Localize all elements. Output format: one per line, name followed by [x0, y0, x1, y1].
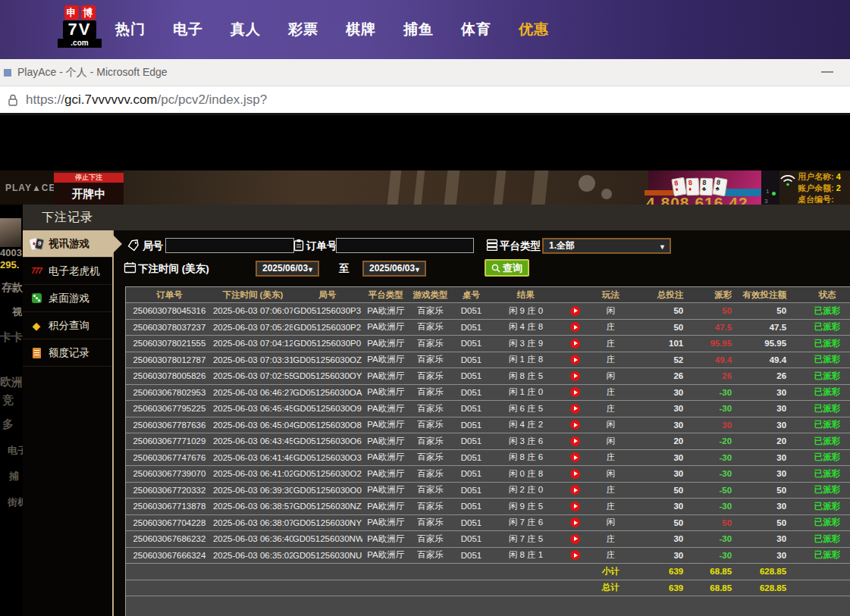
replay-button[interactable] — [570, 534, 580, 544]
jackpot-amount: 4,808,616.42 — [646, 194, 748, 205]
table-row: 2506030678029532025-06-03 06:46:27GD0512… — [126, 385, 850, 402]
sidebar-item-label: 额度记录 — [49, 346, 89, 360]
replay-button[interactable] — [570, 436, 580, 446]
casino-banner: PLAY▲CE 停止下注 开牌中 8♦8♦8♣8♣ 4,808,616.42 1… — [0, 170, 850, 205]
nav-item-热门[interactable]: 热门 — [115, 20, 146, 39]
table-row: 2506030677476762025-06-03 06:41:46GD0512… — [126, 450, 850, 467]
order-no-input[interactable] — [336, 238, 474, 253]
bet-time-label: 下注时间 (美东) — [138, 262, 209, 276]
date-from-select[interactable]: 2025/06/03 ▼ — [256, 261, 319, 277]
status-badge: 已派彩 — [814, 485, 841, 494]
sidebar-item-积分查询[interactable]: ◆积分查询 — [23, 312, 112, 339]
logo-badge-2: 博 — [81, 5, 96, 20]
table-row: 2506030780453162025-06-03 07:06:07GD0512… — [126, 303, 850, 320]
replay-button[interactable] — [570, 306, 580, 316]
replay-button[interactable] — [570, 485, 580, 495]
sidebar-item-label: 桌面游戏 — [49, 292, 89, 305]
table-row: 2506030677042282025-06-03 06:38:07GD0512… — [126, 515, 850, 532]
column-header: 状态 — [801, 289, 850, 301]
replay-button[interactable] — [570, 339, 580, 349]
table-row: 2506030677390702025-06-03 06:41:02GD0512… — [126, 466, 850, 483]
filters-panel: 局号 订单号 平台类型 1.全部 ▼ — [115, 230, 850, 286]
replay-button[interactable] — [570, 469, 580, 479]
main-nav: 热门电子真人彩票棋牌捕鱼体育优惠 — [115, 0, 549, 59]
page-fragment: 电子 — [8, 444, 23, 458]
replay-button[interactable] — [570, 355, 580, 364]
total-row: 总计63968.85628.85 — [126, 580, 850, 597]
minimize-button[interactable] — [821, 71, 833, 73]
panel-digit-1: 1 — [766, 188, 769, 195]
column-header: 结果 — [491, 289, 560, 301]
status-badge: 已派彩 — [814, 371, 841, 380]
replay-button[interactable] — [570, 404, 580, 414]
status-badge: 已派彩 — [814, 550, 841, 559]
slot-icon: 777 — [29, 267, 44, 275]
site-logo[interactable]: 申 博 7V .com — [55, 5, 104, 48]
table-row: 2506030780058262025-06-03 07:02:55GD0512… — [126, 368, 850, 385]
green-dot — [772, 192, 776, 195]
balance-line: 账户余额: 2 — [798, 183, 850, 194]
nav-item-棋牌[interactable]: 棋牌 — [346, 20, 376, 39]
sidebar-item-额度记录[interactable]: 额度记录 — [23, 339, 112, 367]
search-button[interactable]: 查询 — [485, 259, 529, 277]
nav-item-彩票[interactable]: 彩票 — [288, 20, 318, 39]
table-row: 2506030677876362025-06-03 06:45:04GD0512… — [126, 417, 850, 434]
status-badge: 已派彩 — [814, 387, 841, 396]
sidebar-item-视讯游戏[interactable]: ♦9视讯游戏 — [23, 230, 112, 258]
status-badge: 已派彩 — [814, 322, 841, 331]
doc-icon — [29, 348, 44, 358]
playace-logo: PLAY▲CE — [0, 170, 54, 205]
browser-title-bar: PlayAce - 个人 - Microsoft Edge — [0, 59, 850, 86]
round-no-input[interactable] — [165, 238, 294, 253]
column-header: 局号 — [293, 289, 362, 301]
status-badge: 已派彩 — [814, 339, 841, 348]
chevron-down-icon: ▼ — [659, 241, 666, 254]
lock-icon — [7, 93, 19, 107]
platform-type-select[interactable]: 1.全部 ▼ — [542, 238, 671, 254]
table-header-row: 订单号下注时间 (美东)局号平台类型游戏类型桌号结果玩法总投注派彩有效投注额状态 — [126, 287, 850, 303]
page-fragment: 捕 — [9, 470, 19, 483]
logo-badge-1: 申 — [64, 5, 79, 20]
window-title: PlayAce - 个人 - Microsoft Edge — [17, 66, 168, 80]
chevron-down-icon: ▼ — [307, 264, 314, 277]
nav-item-捕鱼[interactable]: 捕鱼 — [403, 20, 434, 39]
playing-card: 8♦ — [685, 178, 699, 196]
logo-com: .com — [58, 39, 102, 48]
replay-button[interactable] — [570, 420, 580, 430]
column-header: 桌号 — [452, 289, 491, 301]
replay-button[interactable] — [570, 452, 580, 462]
sidebar-item-桌面游戏[interactable]: 桌面游戏 — [23, 285, 112, 312]
replay-button[interactable] — [570, 502, 580, 511]
sidebar-item-label: 积分查询 — [49, 319, 89, 333]
logo-badges: 申 博 — [64, 5, 96, 20]
nav-item-体育[interactable]: 体育 — [461, 20, 491, 39]
replay-button[interactable] — [570, 387, 580, 397]
replay-button[interactable] — [570, 322, 580, 332]
table-row: 2506030677952252025-06-03 06:45:45GD0512… — [126, 401, 850, 417]
table-filler — [126, 596, 850, 616]
date-to-select[interactable]: 2025/06/03 ▼ — [362, 261, 426, 277]
wifi-icon — [779, 174, 796, 187]
round-no-label: 局号 — [143, 239, 163, 253]
date-to-value: 2025/06/03 — [369, 263, 415, 274]
replay-button[interactable] — [570, 518, 580, 527]
dealing-label: 开牌中 — [54, 183, 124, 205]
sidebar-item-label: 电子老虎机 — [49, 264, 100, 278]
platform-list-icon — [486, 239, 498, 251]
logo-7v: 7V — [63, 20, 97, 39]
page-fragment: 欧洲 — [0, 375, 23, 389]
replay-button[interactable] — [570, 371, 580, 381]
page-fragment: 存款 — [2, 281, 23, 295]
bet-records-modal: 下注记录 ♦9视讯游戏777电子老虎机桌面游戏◆积分查询额度记录 局号 订单号 — [23, 205, 850, 616]
search-icon — [491, 264, 500, 273]
nav-item-优惠[interactable]: 优惠 — [519, 20, 549, 39]
status-badge: 已派彩 — [814, 436, 841, 446]
status-badge: 已派彩 — [814, 502, 841, 511]
nav-item-电子[interactable]: 电子 — [173, 20, 203, 39]
sidebar-item-电子老虎机[interactable]: 777电子老虎机 — [23, 258, 112, 285]
browser-url-bar[interactable]: https://gci.7vvvvvv.com/pc/pcv2/index.js… — [0, 86, 850, 115]
nav-item-真人[interactable]: 真人 — [231, 20, 261, 39]
road-panel: 1 3 — [761, 170, 779, 205]
url-path: /pc/pcv2/index.jsp? — [158, 92, 268, 107]
replay-button[interactable] — [570, 550, 580, 560]
